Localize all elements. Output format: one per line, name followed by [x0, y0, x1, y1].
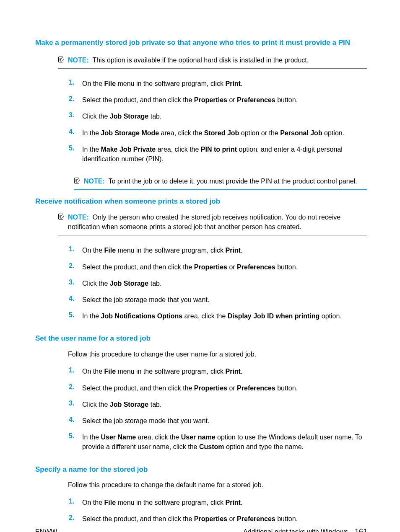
step-number: 5.: [68, 311, 82, 319]
note-block: NOTE: Only the person who created the st…: [58, 212, 367, 235]
step-item: 2.Select the product, and then click the…: [68, 511, 367, 527]
step-item: 1.On the File menu in the software progr…: [68, 494, 367, 511]
note-rule: [74, 189, 367, 190]
note-block: NOTE: To print the job or to delete it, …: [74, 176, 367, 190]
note-icon: [74, 177, 81, 184]
step-text: In the Job Storage Mode area, click the …: [82, 128, 367, 138]
note-text: NOTE: Only the person who created the st…: [68, 212, 367, 232]
step-list: 1.On the File menu in the software progr…: [68, 363, 367, 455]
note-text: NOTE: This option is available if the op…: [68, 55, 367, 65]
step-number: 4.: [68, 295, 82, 302]
step-item: 4.In the Job Storage Mode area, click th…: [68, 125, 367, 141]
step-text: Click the Job Storage tab.: [82, 111, 367, 121]
step-text: Select the product, and then click the P…: [82, 95, 367, 105]
section-heading: Set the user name for a stored job: [35, 333, 367, 343]
step-number: 2.: [68, 514, 82, 522]
step-number: 4.: [68, 416, 82, 424]
step-item: 1.On the File menu in the software progr…: [68, 363, 367, 380]
footer-left: ENWW: [35, 528, 57, 532]
step-number: 2.: [68, 95, 82, 103]
step-number: 2.: [68, 262, 82, 270]
step-text: Click the Job Storage tab.: [82, 279, 367, 288]
step-text: In the Job Notifications Options area, c…: [82, 311, 367, 321]
step-item: 5.In the User Name area, click the User …: [68, 429, 367, 455]
step-number: 1.: [68, 367, 82, 374]
step-text: On the File menu in the software program…: [82, 367, 367, 376]
step-item: 3.Click the Job Storage tab.: [68, 275, 367, 292]
step-item: 4.Select the job storage mode that you w…: [68, 413, 367, 429]
intro-paragraph: Follow this procedure to change the defa…: [68, 480, 367, 490]
step-text: On the File menu in the software program…: [82, 245, 367, 255]
page-number: 161: [355, 527, 367, 532]
note-icon: [58, 56, 65, 63]
step-text: Select the product, and then click the P…: [82, 262, 367, 272]
step-item: 2.Select the product, and then click the…: [68, 380, 367, 396]
step-text: In the Make Job Private area, click the …: [82, 145, 367, 164]
step-text: Select the job storage mode that you wan…: [82, 295, 367, 305]
step-item: 3.Click the Job Storage tab.: [68, 396, 367, 413]
step-text: In the User Name area, click the User na…: [82, 432, 367, 452]
step-number: 3.: [68, 279, 82, 286]
step-number: 1.: [68, 498, 82, 505]
step-item: 1.On the File menu in the software progr…: [68, 75, 367, 92]
step-item: 2.Select the product, and then click the…: [68, 92, 367, 108]
step-item: 5.In the Make Job Private area, click th…: [68, 141, 367, 167]
step-text: On the File menu in the software program…: [82, 79, 367, 88]
step-number: 5.: [68, 145, 82, 152]
note-text: NOTE: To print the job or to delete it, …: [84, 176, 367, 186]
step-text: Click the Job Storage tab.: [82, 400, 367, 409]
note-block: NOTE: This option is available if the op…: [58, 55, 367, 69]
section-heading: Receive notification when someone prints…: [35, 196, 367, 207]
section-heading: Specify a name for the stored job: [35, 465, 367, 475]
step-number: 3.: [68, 400, 82, 407]
step-item: 4.Select the job storage mode that you w…: [68, 292, 367, 308]
step-text: Select the job storage mode that you wan…: [82, 416, 367, 426]
step-list: 1.On the File menu in the software progr…: [68, 242, 367, 324]
step-number: 1.: [68, 79, 82, 86]
step-text: Select the product, and then click the P…: [82, 514, 367, 524]
note-rule: [58, 235, 367, 235]
step-item: 1.On the File menu in the software progr…: [68, 242, 367, 258]
step-number: 2.: [68, 383, 82, 391]
step-item: 5.In the Job Notifications Options area,…: [68, 308, 367, 324]
step-item: 3.Click the Job Storage tab.: [68, 108, 367, 124]
step-number: 1.: [68, 245, 82, 253]
section-heading: Make a permanently stored job private so…: [35, 38, 367, 48]
note-rule: [58, 68, 367, 69]
intro-paragraph: Follow this procedure to change the user…: [68, 349, 367, 359]
step-item: 2.Select the product, and then click the…: [68, 259, 367, 275]
step-number: 4.: [68, 128, 82, 136]
footer-section-title: Additional print tasks with Windows: [243, 528, 348, 532]
step-text: On the File menu in the software program…: [82, 498, 367, 507]
page: Make a permanently stored job private so…: [0, 0, 400, 532]
step-list: 1.On the File menu in the software progr…: [68, 494, 367, 527]
step-list: 1.On the File menu in the software progr…: [68, 75, 367, 167]
step-number: 5.: [68, 432, 82, 440]
note-icon: [58, 213, 65, 220]
step-text: Select the product, and then click the P…: [82, 383, 367, 393]
page-footer: ENWW Additional print tasks with Windows…: [35, 527, 367, 532]
step-number: 3.: [68, 111, 82, 119]
